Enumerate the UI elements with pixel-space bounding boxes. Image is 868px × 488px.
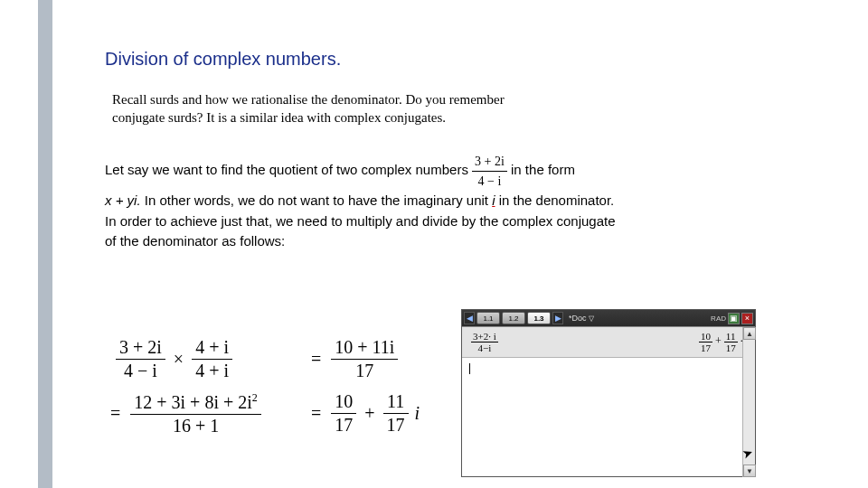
body-line2c: in the denominator.	[499, 192, 615, 208]
chevron-down-icon: ▼	[746, 467, 753, 475]
inline-fraction: 3 + 2i 4 − i	[472, 152, 507, 191]
step4a-num: 10	[331, 390, 356, 413]
window-mid-button[interactable]: ▣	[728, 313, 740, 324]
equals-sign: =	[311, 349, 321, 370]
step2-num: 10 + 11i	[331, 336, 398, 359]
calc-out-frac-b: 11 17	[724, 331, 738, 353]
step3-num: 12 + 3i + 8i + 2i2	[130, 390, 261, 414]
calc-out-b-den: 17	[724, 342, 738, 353]
close-icon: ×	[745, 314, 750, 323]
body-line2a: x + yi.	[105, 192, 145, 208]
page-title: Division of complex numbers.	[105, 49, 765, 70]
body-line1a: Let say we want to find the quotient of …	[105, 162, 472, 177]
calc-out-frac-a: 10 17	[699, 331, 712, 353]
chevron-left-icon: ◀	[467, 314, 473, 323]
inline-frac-num: 3 + 2i	[472, 152, 507, 171]
step1-left-den: 4 − i	[116, 359, 165, 382]
step2-den: 17	[331, 359, 398, 382]
tab-label: 1.2	[508, 314, 518, 323]
body-line3: In order to achieve just that, we need t…	[105, 213, 616, 229]
step1-right-den: 4 + i	[192, 359, 232, 382]
step1-right-num: 4 + i	[192, 336, 232, 359]
tab-1-2[interactable]: 1.2	[502, 312, 525, 324]
side-accent-stripe	[38, 0, 52, 488]
step1-frac-right: 4 + i 4 + i	[192, 336, 232, 382]
doc-name-text: *Doc	[569, 314, 587, 323]
scroll-up-button[interactable]: ▲	[743, 327, 756, 340]
window-icon: ▣	[730, 314, 738, 323]
step3-den: 16 + 1	[130, 414, 261, 437]
imaginary-unit-highlight: i	[492, 192, 495, 208]
scroll-down-button[interactable]: ▼	[743, 465, 756, 477]
nav-prev-button[interactable]: ◀	[464, 312, 475, 324]
body-line2b: In other words, we do not want to have t…	[145, 192, 492, 208]
calculator-titlebar: ◀ 1.1 1.2 1.3 ▶ *Doc▽ RAD ▣ ×	[462, 310, 755, 326]
slide-content: Division of complex numbers. Recall surd…	[105, 49, 765, 268]
final-i: i	[415, 403, 420, 424]
explanation-paragraph: Let say we want to find the quotient of …	[105, 152, 765, 252]
nav-next-button[interactable]: ▶	[552, 312, 563, 324]
step1-left-num: 3 + 2i	[116, 336, 165, 359]
calc-output: 10 17 + 11 17 ·i	[699, 331, 746, 353]
close-button[interactable]: ×	[741, 313, 753, 324]
calc-history-row[interactable]: 3+2· i 4−i 10 17 + 11 17 ·i	[462, 327, 755, 358]
step4b-num: 11	[383, 390, 409, 413]
tab-1-1[interactable]: 1.1	[476, 312, 500, 324]
calculator-window: ◀ 1.1 1.2 1.3 ▶ *Doc▽ RAD ▣ × 3+2· i 4−i…	[461, 309, 756, 477]
math-step-1: 3 + 2i 4 − i × 4 + i 4 + i	[116, 336, 232, 382]
titlebar-right: RAD ▣ ×	[711, 313, 753, 324]
inline-frac-den: 4 − i	[472, 171, 507, 191]
tab-label: 1.1	[483, 314, 493, 323]
step4a-den: 17	[331, 413, 356, 436]
step4-frac-b: 11 17	[383, 390, 409, 436]
calc-input-num: 3+2· i	[471, 331, 498, 342]
step4b-den: 17	[383, 413, 409, 436]
step1-frac-left: 3 + 2i 4 − i	[116, 336, 165, 382]
math-step-3: = 12 + 3i + 8i + 2i2 16 + 1	[105, 390, 261, 437]
calc-out-a-num: 10	[699, 331, 712, 342]
equals-sign-3: =	[311, 403, 321, 424]
body-line1b: in the form	[511, 162, 575, 177]
chevron-up-icon: ▲	[746, 330, 753, 338]
recall-paragraph: Recall surds and how we rationalise the …	[112, 91, 546, 127]
chevron-right-icon: ▶	[555, 314, 561, 323]
step2-frac: 10 + 11i 17	[331, 336, 398, 382]
math-step-2: = 10 + 11i 17	[306, 336, 398, 382]
calc-out-a-den: 17	[699, 342, 712, 353]
calc-input-den: 4−i	[471, 342, 498, 353]
calc-input-frac: 3+2· i 4−i	[471, 331, 498, 353]
document-name[interactable]: *Doc▽	[569, 314, 594, 323]
text-cursor	[469, 363, 470, 374]
calculator-body[interactable]: 3+2· i 4−i 10 17 + 11 17 ·i ▲ ▼ ➤	[462, 326, 755, 476]
mode-badge: RAD	[711, 314, 726, 323]
tab-1-3[interactable]: 1.3	[527, 312, 551, 324]
tab-label: 1.3	[533, 314, 543, 323]
calc-out-plus: +	[715, 334, 722, 347]
body-line4: of the denominator as follows:	[105, 233, 285, 249]
step4-frac-a: 10 17	[331, 390, 356, 436]
step3-num-text: 12 + 3i + 8i + 2i	[134, 392, 252, 412]
plus-sign: +	[364, 403, 374, 424]
step3-frac: 12 + 3i + 8i + 2i2 16 + 1	[130, 390, 261, 437]
step3-sup: 2	[252, 391, 258, 404]
times-sign: ×	[174, 349, 184, 370]
equals-sign-2: =	[110, 403, 120, 424]
calc-out-b-num: 11	[724, 331, 738, 342]
math-step-4: = 10 17 + 11 17 i	[306, 390, 423, 436]
dropdown-icon: ▽	[589, 314, 594, 323]
